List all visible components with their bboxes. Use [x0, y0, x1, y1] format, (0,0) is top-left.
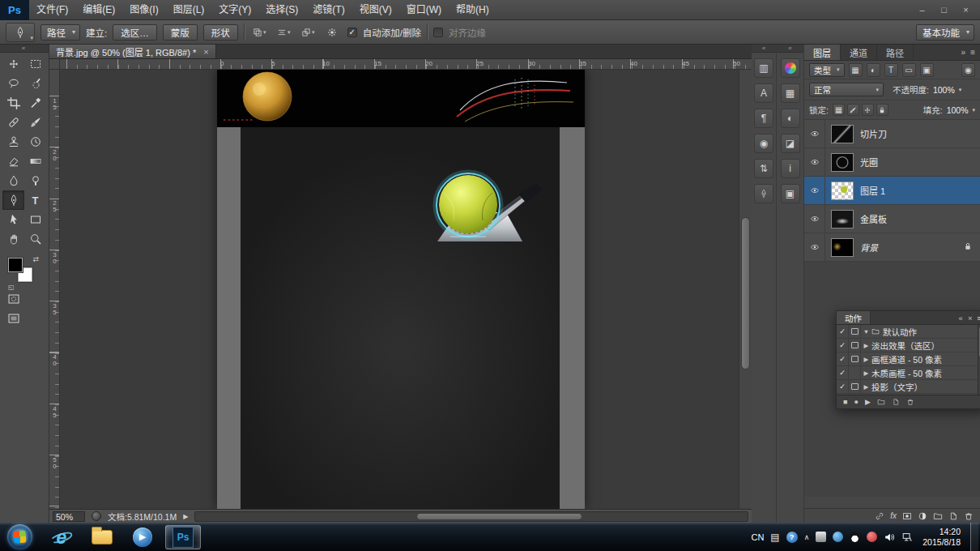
- delete-action-icon[interactable]: [906, 398, 914, 406]
- path-alignment-button[interactable]: ▾: [275, 24, 293, 41]
- auto-add-delete-checkbox[interactable]: ✓: [347, 28, 357, 37]
- play-action-icon[interactable]: ▶: [865, 398, 871, 406]
- tab-layers[interactable]: 图层: [804, 45, 841, 60]
- eyedropper-tool[interactable]: [24, 93, 46, 113]
- filter-toggle-icon[interactable]: ◉: [961, 63, 975, 77]
- strip-collapse-handle[interactable]: «: [777, 45, 803, 53]
- path-arrangement-button[interactable]: ▾: [299, 24, 317, 41]
- action-label[interactable]: 淡出效果（选区）: [871, 340, 940, 352]
- filter-smart-object-icon[interactable]: ▣: [920, 63, 934, 77]
- crop-tool[interactable]: [2, 93, 24, 113]
- adjustments-panel-icon[interactable]: ◐: [781, 109, 800, 128]
- navigator-panel-icon[interactable]: ▣: [781, 184, 800, 203]
- restore-button[interactable]: □: [933, 3, 955, 17]
- dodge-tool[interactable]: [24, 171, 46, 190]
- taskbar-photoshop[interactable]: Ps: [165, 525, 201, 549]
- layer-thumbnail[interactable]: [831, 153, 854, 172]
- clone-source-panel-icon[interactable]: ◉: [754, 134, 773, 153]
- notes-panel-icon[interactable]: [754, 184, 773, 203]
- link-layers-icon[interactable]: [875, 511, 884, 521]
- screen-mode-button[interactable]: [2, 309, 24, 328]
- workspace-switcher[interactable]: 基本功能 ▾: [916, 24, 974, 41]
- vertical-ruler[interactable]: 15 20 25 30 35 40 45 50 55: [49, 70, 60, 509]
- rectangle-tool[interactable]: [24, 210, 46, 229]
- action-dialog-toggle[interactable]: [849, 325, 861, 338]
- hand-tool[interactable]: [2, 229, 24, 249]
- gradient-tool[interactable]: [24, 152, 46, 171]
- chevron-down-icon[interactable]: ▾: [959, 87, 962, 93]
- adjustment-layer-icon[interactable]: [918, 511, 927, 521]
- status-flyout-icon[interactable]: ▶: [183, 513, 188, 520]
- visibility-toggle[interactable]: [804, 120, 825, 147]
- lock-pixels-icon[interactable]: [847, 104, 859, 116]
- tab-close-icon[interactable]: ×: [203, 47, 208, 57]
- move-tool[interactable]: [2, 54, 24, 74]
- action-check-icon[interactable]: ✓: [837, 339, 849, 352]
- zoom-tool[interactable]: [24, 229, 46, 249]
- info-panel-icon[interactable]: i: [781, 159, 800, 178]
- healing-brush-tool[interactable]: [2, 113, 24, 132]
- network-icon[interactable]: [901, 532, 913, 543]
- quick-selection-tool[interactable]: [24, 74, 46, 93]
- layer-thumbnail[interactable]: [831, 182, 854, 200]
- action-dialog-toggle[interactable]: [849, 352, 861, 365]
- quick-mask-button[interactable]: [2, 289, 24, 309]
- visibility-toggle[interactable]: [804, 205, 825, 233]
- action-label[interactable]: 投影（文字）: [871, 381, 922, 393]
- menu-filter[interactable]: 滤镜(T): [305, 0, 352, 20]
- tab-actions[interactable]: 动作: [837, 311, 871, 324]
- opacity-value[interactable]: 100%: [933, 85, 955, 95]
- default-colors-icon[interactable]: ◱: [8, 284, 15, 291]
- layer-row-aperture[interactable]: 光圈: [804, 148, 980, 177]
- blend-mode-select[interactable]: 正常 ▾: [809, 83, 884, 96]
- chevron-down-icon[interactable]: ▾: [972, 107, 975, 113]
- minimize-button[interactable]: –: [911, 3, 933, 17]
- filter-pixel-layers-icon[interactable]: ▦: [849, 63, 863, 77]
- panel-collapse-icon[interactable]: «: [959, 314, 963, 322]
- pen-tool[interactable]: [2, 190, 24, 210]
- tool-preset-picker[interactable]: ▾: [6, 23, 35, 42]
- layer-thumbnail[interactable]: [831, 210, 854, 229]
- close-button[interactable]: ×: [955, 3, 977, 17]
- lock-all-icon[interactable]: [876, 104, 888, 116]
- histogram-panel-icon[interactable]: ▥: [754, 58, 773, 78]
- new-group-icon[interactable]: [933, 511, 943, 521]
- tool-mode-select[interactable]: 路径 ▾: [40, 24, 80, 41]
- lock-transparency-icon[interactable]: ▦: [833, 104, 845, 116]
- filter-shape-layers-icon[interactable]: ▭: [902, 63, 916, 77]
- filter-type-select[interactable]: 类型 ▾: [809, 63, 845, 77]
- layer-comps-panel-icon[interactable]: ⇅: [754, 159, 773, 178]
- new-layer-icon[interactable]: [948, 511, 958, 521]
- taskbar-explorer[interactable]: [84, 525, 120, 549]
- type-tool[interactable]: T: [24, 190, 46, 210]
- expand-arrow-icon[interactable]: ▶: [861, 356, 871, 363]
- tray-icon-meter[interactable]: [816, 532, 826, 542]
- expand-arrow-icon[interactable]: ▶: [861, 383, 871, 391]
- menu-window[interactable]: 窗口(W): [399, 0, 449, 20]
- action-check-icon[interactable]: ✓: [837, 366, 849, 379]
- layer-row-slice-knife[interactable]: 切片刀: [804, 120, 980, 148]
- layer-row-background[interactable]: 背景: [804, 233, 980, 262]
- action-label[interactable]: 画框通道 - 50 像素: [871, 353, 942, 365]
- path-selection-tool[interactable]: [2, 210, 24, 229]
- swap-colors-icon[interactable]: ⇄: [32, 255, 39, 263]
- language-indicator[interactable]: CN: [751, 532, 764, 542]
- start-button[interactable]: [7, 524, 32, 549]
- blur-tool[interactable]: [2, 171, 24, 190]
- horizontal-scrollbar-thumb[interactable]: [416, 513, 582, 520]
- delete-layer-icon[interactable]: [964, 511, 974, 521]
- styles-panel-icon[interactable]: ◪: [781, 134, 800, 153]
- make-mask-button[interactable]: 蒙版: [163, 24, 198, 41]
- path-options-button[interactable]: [323, 24, 342, 41]
- layer-name[interactable]: 切片刀: [860, 127, 887, 140]
- vertical-scrollbar-thumb[interactable]: [741, 217, 750, 369]
- menu-image[interactable]: 图像(I): [122, 0, 165, 20]
- taskbar-clock[interactable]: 14:20 2015/8/18: [922, 527, 961, 547]
- action-label[interactable]: 默认动作: [883, 326, 917, 338]
- make-selection-button[interactable]: 选区…: [113, 24, 157, 41]
- menu-layer[interactable]: 图层(L): [166, 0, 212, 20]
- show-desktop-button[interactable]: [970, 523, 978, 551]
- visibility-toggle[interactable]: [804, 148, 825, 176]
- menu-help[interactable]: 帮助(H): [449, 0, 496, 20]
- dock-collapse-icon[interactable]: »: [961, 48, 966, 57]
